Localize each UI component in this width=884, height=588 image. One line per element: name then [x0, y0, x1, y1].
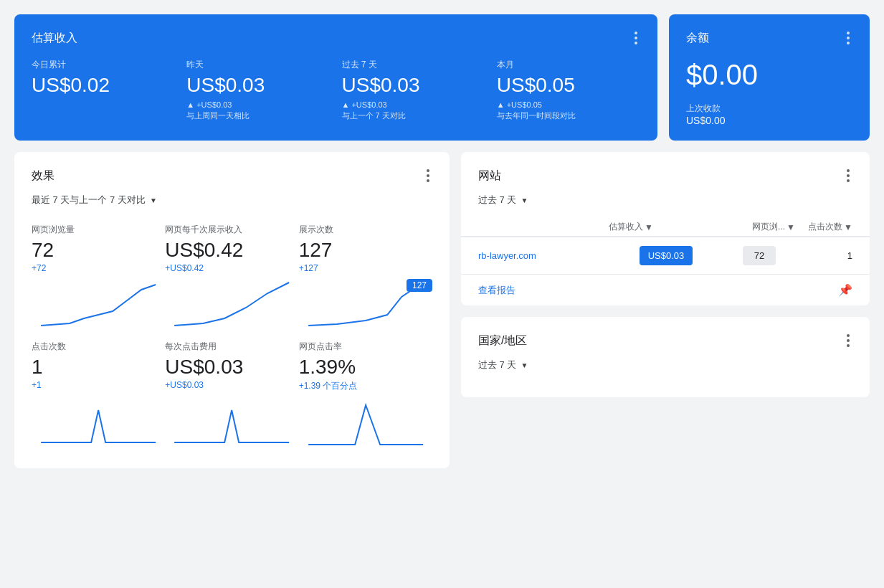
balance-card: 余额 $0.00 上次收款 US$0.00 [669, 14, 870, 141]
balance-more-button[interactable] [844, 29, 852, 47]
metric-ctr-change: +1.39 个百分点 [299, 380, 432, 392]
site-more-button[interactable] [844, 166, 852, 185]
earnings-yesterday-label: 昨天 [186, 59, 330, 71]
country-period-label: 过去 7 天 [478, 359, 516, 371]
bottom-row: 效果 最近 7 天与上一个 7 天对比 ▼ 网页浏览量 72 +72 [14, 152, 870, 468]
metric-ctr-label: 网页点击率 [299, 341, 432, 353]
site-domain[interactable]: rb-lawyer.com [478, 250, 609, 261]
rpm-svg [165, 279, 298, 329]
impressions-tooltip: 127 [407, 279, 432, 292]
balance-dot2 [847, 37, 850, 39]
metric-cpc-value: US$0.03 [165, 356, 298, 379]
dot2 [635, 37, 637, 39]
site-clicks-value: 1 [847, 250, 852, 261]
country-title: 国家/地区 [478, 333, 527, 348]
site-period-label: 过去 7 天 [478, 194, 516, 207]
e-dot2 [427, 174, 429, 177]
earnings-today-label: 今日累计 [32, 59, 175, 71]
earnings-yesterday: 昨天 US$0.03 ▲ +US$0.03 与上周同一天相比 [186, 59, 330, 122]
earnings-title: 估算收入 [32, 31, 77, 46]
balance-prev-label: 上次收款 [686, 103, 852, 115]
balance-dot1 [847, 32, 850, 34]
dot1 [635, 32, 637, 34]
s-dot1 [847, 169, 850, 172]
metric-clicks-chart [32, 396, 165, 446]
metric-rpm: 网页每千次展示收入 US$0.42 +US$0.42 [165, 218, 298, 335]
metric-impressions-chart: 127 [299, 279, 432, 329]
metric-pageviews: 网页浏览量 72 +72 [32, 218, 165, 335]
site-col-empty [478, 221, 609, 233]
ctr-svg [299, 398, 432, 448]
metric-impressions-label: 展示次数 [299, 224, 432, 236]
col-pageviews-arrow: ▼ [786, 222, 795, 232]
pageviews-svg [32, 279, 165, 329]
metric-cpc-chart [165, 396, 298, 446]
site-col-earnings-header[interactable]: 估算收入 ▼ [609, 221, 723, 233]
clicks-svg [32, 396, 165, 446]
metric-rpm-label: 网页每千次展示收入 [165, 224, 298, 236]
site-card-top: 网站 过去 7 天 ▼ [461, 152, 870, 207]
earnings-grid: 今日累计 US$0.02 昨天 US$0.03 ▲ +US$0.03 与上周同一… [32, 59, 640, 122]
effect-period-selector[interactable]: 最近 7 天与上一个 7 天对比 ▼ [32, 194, 432, 207]
earnings-month-change: ▲ +US$0.05 与去年同一时间段对比 [497, 100, 640, 122]
site-col-clicks-header[interactable]: 点击次数 ▼ [795, 221, 852, 233]
site-period-arrow: ▼ [521, 196, 528, 204]
metric-clicks: 点击次数 1 +1 [32, 335, 165, 454]
cpc-svg [165, 396, 298, 446]
effect-title: 效果 [32, 169, 54, 184]
balance-prev-value: US$0.00 [686, 115, 852, 126]
site-period-selector[interactable]: 过去 7 天 ▼ [478, 194, 852, 207]
balance-amount: $0.00 [686, 59, 852, 91]
metric-rpm-chart [165, 279, 298, 329]
see-report-row: 查看报告 📌 [461, 274, 870, 305]
metric-ctr-value: 1.39% [299, 356, 432, 379]
country-card: 国家/地区 过去 7 天 ▼ [461, 317, 870, 397]
earnings-today-value: US$0.02 [32, 74, 175, 97]
e-dot1 [427, 169, 429, 172]
metric-ctr-chart [299, 398, 432, 448]
country-card-header: 国家/地区 [478, 331, 852, 350]
effect-card: 效果 最近 7 天与上一个 7 天对比 ▼ 网页浏览量 72 +72 [14, 152, 450, 468]
metric-clicks-label: 点击次数 [32, 341, 165, 353]
balance-title: 余额 [686, 31, 709, 46]
metric-cpc: 每次点击费用 US$0.03 +US$0.03 [165, 335, 298, 454]
earnings-card-header: 估算收入 [32, 29, 640, 47]
country-period-arrow: ▼ [521, 361, 528, 369]
top-row: 估算收入 今日累计 US$0.02 昨天 US$0.03 ▲ +US$0.03 … [14, 14, 870, 141]
earnings-month-label: 本月 [497, 59, 640, 71]
site-card: 网站 过去 7 天 ▼ 估算收入 ▼ [461, 152, 870, 305]
metrics-grid: 网页浏览量 72 +72 网页每千次展示收入 US$0.42 +US$0.42 [32, 218, 432, 454]
c-dot1 [847, 334, 850, 337]
metric-cpc-change: +US$0.03 [165, 380, 298, 390]
s-dot3 [847, 179, 850, 182]
dot3 [635, 42, 637, 44]
right-column: 网站 过去 7 天 ▼ 估算收入 ▼ [461, 152, 870, 468]
site-clicks-cell: 1 [795, 250, 852, 261]
metric-clicks-value: 1 [32, 356, 165, 379]
earnings-yesterday-change: ▲ +US$0.03 与上周同一天相比 [186, 100, 330, 122]
earnings-month: 本月 US$0.05 ▲ +US$0.05 与去年同一时间段对比 [497, 59, 640, 122]
metric-pageviews-label: 网页浏览量 [32, 224, 165, 236]
earnings-card: 估算收入 今日累计 US$0.02 昨天 US$0.03 ▲ +US$0.03 … [14, 14, 657, 141]
site-table-row: rb-lawyer.com US$0.03 72 1 [461, 237, 870, 274]
see-report-link[interactable]: 查看报告 [478, 284, 515, 297]
metric-pageviews-change: +72 [32, 263, 165, 273]
site-table-headers: 估算收入 ▼ 网页浏... ▼ 点击次数 ▼ [461, 218, 870, 237]
earnings-7days: 过去 7 天 US$0.03 ▲ +US$0.03 与上一个 7 天对比 [342, 59, 485, 122]
metric-cpc-label: 每次点击费用 [165, 341, 298, 353]
c-dot3 [847, 344, 850, 347]
balance-dot3 [847, 42, 850, 44]
earnings-month-value: US$0.05 [497, 74, 640, 97]
metric-rpm-value: US$0.42 [165, 239, 298, 262]
country-period-selector[interactable]: 过去 7 天 ▼ [478, 359, 852, 371]
earnings-7days-value: US$0.03 [342, 74, 485, 97]
site-col-pageviews-header[interactable]: 网页浏... ▼ [723, 221, 795, 233]
earnings-more-button[interactable] [632, 29, 640, 47]
earnings-today: 今日累计 US$0.02 [32, 59, 175, 122]
pin-icon[interactable]: 📌 [838, 283, 852, 297]
country-more-button[interactable] [844, 331, 852, 350]
metric-pageviews-chart [32, 279, 165, 329]
earnings-7days-change: ▲ +US$0.03 与上一个 7 天对比 [342, 100, 485, 122]
effect-more-button[interactable] [424, 166, 432, 185]
metric-impressions-change: +127 [299, 263, 432, 273]
